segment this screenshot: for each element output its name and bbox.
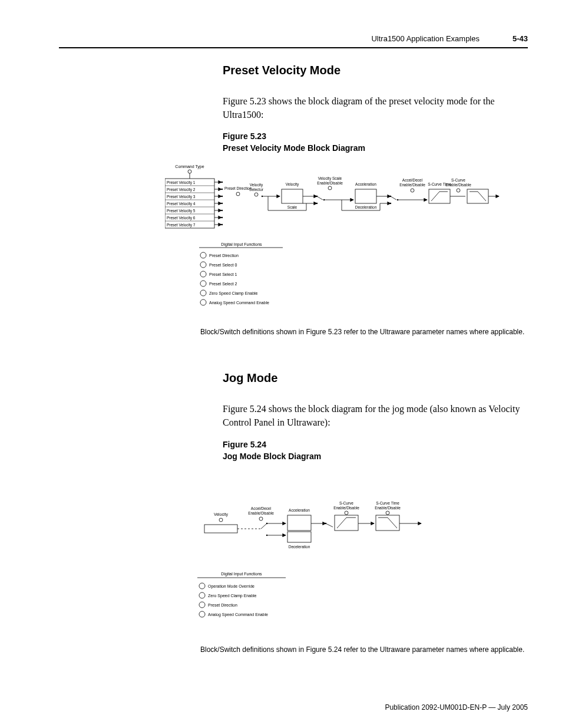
svg-text:Enable/Disable: Enable/Disable <box>445 183 471 187</box>
figure-title: Jog Mode Block Diagram <box>223 451 528 463</box>
preset-row: Preset Velocity 5 <box>167 209 196 213</box>
svg-line-84 <box>326 523 333 527</box>
svg-point-72 <box>219 518 223 522</box>
svg-point-25 <box>254 193 258 196</box>
label-command-type: Command Type <box>175 164 204 169</box>
note-524: Block/Switch definitions shown in Figure… <box>200 645 528 654</box>
list-item: Preset Direction <box>209 253 239 258</box>
svg-point-32 <box>328 186 332 190</box>
figure-caption-524: Figure 5.24 Jog Mode Block Diagram <box>223 439 528 462</box>
svg-text:Enable/Disable: Enable/Disable <box>399 183 425 187</box>
block-decel <box>287 532 311 542</box>
list-item: Preset Select 1 <box>209 272 237 276</box>
block-accel <box>287 515 311 531</box>
preset-row: Preset Velocity 2 <box>167 187 196 192</box>
list-item: Zero Speed Clamp Enable <box>209 291 258 296</box>
list-item: Preset Direction <box>208 603 237 607</box>
svg-point-68 <box>200 271 206 277</box>
preset-row: Preset Velocity 6 <box>167 216 196 220</box>
svg-point-98 <box>199 583 205 589</box>
list-item: Analog Speed Command Enable <box>209 301 269 305</box>
heading-jog: Jog Mode <box>223 371 528 385</box>
header-page-number: 5-43 <box>513 34 528 43</box>
body-jog: Figure 5.24 shows the block diagram for … <box>223 402 528 429</box>
svg-point-99 <box>199 592 205 598</box>
svg-text:Enable/Disable: Enable/Disable <box>333 506 359 510</box>
header-rule <box>59 47 528 48</box>
svg-point-67 <box>200 262 206 268</box>
svg-point-89 <box>345 511 348 515</box>
digital-input-list: Operation Mode Override Zero Speed Clamp… <box>199 583 268 617</box>
list-item: Preset Select 0 <box>209 263 237 267</box>
svg-text:Enable/Disable: Enable/Disable <box>248 511 274 515</box>
label-digital-inputs: Digital Input Functions <box>221 572 262 577</box>
page: Ultra1500 Application Examples 5-43 Pres… <box>0 0 562 728</box>
svg-point-22 <box>236 192 240 196</box>
figure-number: Figure 5.23 <box>223 131 528 143</box>
list-item: Preset Select 2 <box>209 282 237 286</box>
body-text: Figure 5.23 shows the block diagram of t… <box>223 94 528 121</box>
svg-point-20 <box>222 217 223 218</box>
svg-point-100 <box>199 602 205 608</box>
svg-point-16 <box>222 189 223 190</box>
svg-point-101 <box>199 611 205 617</box>
block-velocity-scale <box>282 189 303 203</box>
label-decel: Deceleration <box>355 205 377 209</box>
svg-point-69 <box>200 281 206 286</box>
svg-line-55 <box>431 192 439 201</box>
svg-line-39 <box>317 196 323 200</box>
block-accel <box>355 189 376 203</box>
svg-point-76 <box>259 517 263 521</box>
svg-point-21 <box>222 224 223 225</box>
svg-text:Velocity: Velocity <box>286 182 299 187</box>
label-accel: Acceleration <box>355 182 376 186</box>
svg-point-95 <box>386 511 389 515</box>
header-title: Ultra1500 Application Examples <box>371 34 480 43</box>
svg-point-66 <box>200 252 206 258</box>
list-item: Operation Mode Override <box>208 584 254 589</box>
svg-point-18 <box>222 203 223 204</box>
section-preset-velocity: Preset Velocity Mode <box>223 64 528 77</box>
svg-line-93 <box>388 518 397 528</box>
svg-text:Enable/Disable: Enable/Disable <box>317 181 343 185</box>
label-digital-inputs: Digital Input Functions <box>221 242 262 247</box>
svg-text:Enable/Disable: Enable/Disable <box>375 506 401 510</box>
svg-text:Selector: Selector <box>249 187 264 192</box>
figure-title: Preset Velocity Mode Block Diagram <box>223 143 528 154</box>
block-velocity <box>204 525 237 533</box>
block-diagram-523: Command Type Preset Velocity 1 Preset Ve… <box>165 162 501 315</box>
footer-publication: Publication 2092-UM001D-EN-P — July 2005 <box>385 703 528 711</box>
svg-point-45 <box>411 189 414 192</box>
svg-point-59 <box>457 189 460 192</box>
svg-text:Accel/Decel: Accel/Decel <box>402 178 423 182</box>
note-523: Block/Switch definitions shown in Figure… <box>200 328 528 336</box>
label-accel: Acceleration <box>289 508 310 512</box>
svg-line-52 <box>391 196 396 200</box>
svg-line-85 <box>337 518 346 528</box>
svg-text:Accel/Decel: Accel/Decel <box>251 506 272 510</box>
label-decel: Deceleration <box>289 545 310 549</box>
label-preset-dir: Preset Direction <box>224 186 252 190</box>
preset-row: Preset Velocity 3 <box>167 195 196 199</box>
svg-text:S-Curve: S-Curve <box>451 178 465 182</box>
svg-text:Velocity: Velocity <box>250 183 263 187</box>
digital-input-list: Preset Direction Preset Select 0 Preset … <box>200 252 269 305</box>
svg-point-19 <box>222 210 223 211</box>
svg-point-70 <box>200 290 206 296</box>
block-diagram-524: Velocity Accel/Decel Enable/Disable Acce… <box>197 483 445 631</box>
svg-text:Scale: Scale <box>287 205 297 209</box>
list-item: Zero Speed Clamp Enable <box>208 594 257 598</box>
preset-row: Preset Velocity 1 <box>167 180 196 185</box>
terminal-icon <box>188 170 191 173</box>
body-preset-velocity: Figure 5.23 shows the block diagram of t… <box>223 94 528 121</box>
body-text: Figure 5.24 shows the block diagram for … <box>223 402 528 429</box>
list-item: Analog Speed Command Enable <box>208 612 268 617</box>
svg-point-15 <box>222 182 223 183</box>
label-velocity: Velocity <box>214 512 229 517</box>
svg-line-79 <box>261 523 267 529</box>
figure-number: Figure 5.24 <box>223 439 528 451</box>
svg-text:Velocity Scale: Velocity Scale <box>318 176 342 181</box>
preset-row: Preset Velocity 7 <box>167 223 196 228</box>
preset-row: Preset Velocity 4 <box>167 202 196 206</box>
svg-line-63 <box>478 192 486 201</box>
